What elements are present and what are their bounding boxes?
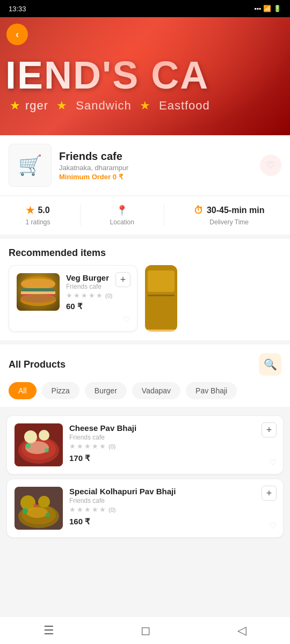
divider-2: [164, 204, 164, 226]
product-name: Cheese Pav Bhaji: [69, 423, 276, 433]
product-card: Special Kolhapuri Pav Bhaji Friends cafe…: [6, 479, 284, 538]
item-cafe: Friends cafe: [66, 283, 112, 290]
status-icons: ▪▪▪ 📶 🔋: [254, 5, 281, 12]
location-icon: 📍: [116, 204, 128, 216]
signal-icon: 📶: [263, 5, 271, 12]
veg-burger-image: [17, 273, 60, 311]
delivery-time: 30-45-min min: [207, 206, 265, 215]
hero-star-2: ★: [56, 99, 68, 112]
partial-card: [145, 265, 177, 332]
battery-icon: 🔋: [273, 5, 281, 12]
cheese-pav-bhaji-image: [15, 423, 63, 466]
min-order: Minimum Order 0 ₹: [59, 173, 252, 181]
svg-rect-3: [21, 291, 55, 294]
item-price: 60 ₹: [66, 302, 112, 311]
product-price: 160 ₹: [69, 517, 276, 526]
svg-rect-9: [148, 295, 175, 296]
add-kolhapuri-button[interactable]: +: [262, 486, 277, 501]
item-card: + Veg Burger Friends cafe ★: [9, 265, 137, 332]
all-products-title: All Products: [9, 359, 66, 370]
svg-point-1: [21, 279, 55, 289]
menu-icon[interactable]: ☰: [44, 624, 54, 638]
product-info: Cheese Pav Bhaji Friends cafe ★ ★ ★ ★ ★ …: [69, 423, 276, 463]
recommended-title: Recommended items: [0, 239, 290, 265]
divider-1: [80, 204, 81, 226]
svg-point-23: [26, 507, 48, 518]
product-heart-button[interactable]: ♡: [269, 457, 277, 467]
clock-icon: ⏱: [194, 205, 204, 216]
logo-icon: 🛒: [18, 154, 42, 177]
search-icon: 🔍: [264, 358, 277, 371]
recommended-scroll: + Veg Burger Friends cafe ★: [0, 265, 290, 345]
svg-point-16: [25, 443, 31, 449]
item-heart-button[interactable]: ♡: [123, 314, 130, 325]
home-icon[interactable]: ◻: [141, 624, 150, 638]
svg-point-6: [20, 294, 56, 303]
product-cafe: Friends cafe: [69, 434, 276, 441]
all-products-header: All Products 🔍: [0, 345, 290, 382]
tab-vadapav[interactable]: Vadapav: [132, 382, 180, 399]
hero-subtitle: ★rger ★ Sandwich ★ Eastfood: [0, 99, 290, 113]
item-stars: ★ ★ ★ ★ ★ (0): [66, 291, 112, 299]
star-5: ★: [96, 291, 103, 299]
product-info: Special Kolhapuri Pav Bhaji Friends cafe…: [69, 487, 276, 526]
hero-title: IEND'S CA: [0, 56, 290, 94]
delivery-label: Delivery Time: [209, 218, 249, 226]
svg-point-17: [45, 448, 49, 452]
kolhapuri-image: [15, 487, 63, 530]
location-stat[interactable]: 📍 Location: [110, 204, 134, 226]
network-icon: ▪▪▪: [254, 5, 261, 12]
item-count: (0): [105, 292, 112, 299]
hero-star-3: ★: [140, 99, 151, 112]
restaurant-logo: 🛒: [9, 144, 52, 187]
svg-point-25: [46, 513, 50, 517]
star-4: ★: [89, 291, 95, 299]
favorite-button[interactable]: ♡: [260, 155, 281, 176]
restaurant-address: Jakatnaka, dharampur: [59, 164, 252, 172]
svg-rect-8: [148, 270, 175, 292]
product-price: 170 ₹: [69, 453, 276, 463]
tab-pizza[interactable]: Pizza: [42, 382, 79, 399]
tab-all[interactable]: All: [9, 382, 37, 399]
stats-row: ★ 5.0 1 ratings 📍 Location ⏱ 30-45-min m…: [0, 196, 290, 239]
category-tabs: All Pizza Burger Vadapav Pav Bhaji: [0, 382, 290, 411]
rating-stat: ★ 5.0 1 ratings: [26, 204, 50, 226]
svg-rect-2: [22, 288, 54, 291]
star-3: ★: [81, 291, 88, 299]
hero-banner: ‹ IEND'S CA ★rger ★ Sandwich ★ Eastfood: [0, 17, 290, 135]
bottom-spacer: [0, 542, 290, 574]
svg-point-26: [33, 504, 37, 507]
back-nav-icon[interactable]: ◁: [237, 624, 247, 638]
restaurant-info: 🛒 Friends cafe Jakatnaka, dharampur Mini…: [0, 135, 290, 196]
min-order-value: 0 ₹: [113, 173, 123, 181]
add-cheese-pav-bhaji-button[interactable]: +: [262, 422, 277, 437]
product-name: Special Kolhapuri Pav Bhaji: [69, 487, 276, 496]
tab-burger[interactable]: Burger: [85, 382, 127, 399]
tab-pav-bhaji[interactable]: Pav Bhaji: [186, 382, 237, 399]
svg-point-14: [39, 430, 49, 441]
restaurant-details: Friends cafe Jakatnaka, dharampur Minimu…: [59, 150, 252, 181]
bottom-nav: ☰ ◻ ◁: [0, 616, 290, 644]
product-stars: ★ ★ ★ ★ ★ (0): [69, 442, 276, 450]
rating-label: 1 ratings: [26, 218, 50, 226]
rating-value: 5.0: [38, 206, 49, 215]
product-card: Cheese Pav Bhaji Friends cafe ★ ★ ★ ★ ★ …: [6, 415, 284, 474]
item-name: Veg Burger: [66, 273, 112, 282]
back-button[interactable]: ‹: [6, 24, 28, 45]
search-products-button[interactable]: 🔍: [259, 353, 281, 376]
add-veg-burger-button[interactable]: +: [115, 272, 130, 287]
location-label: Location: [110, 218, 134, 226]
star-icon: ★: [26, 204, 34, 216]
status-time: 13:33: [9, 5, 26, 13]
delivery-stat: ⏱ 30-45-min min Delivery Time: [194, 205, 265, 226]
product-cafe: Friends cafe: [69, 497, 276, 504]
restaurant-name: Friends cafe: [59, 150, 252, 163]
product-heart-button[interactable]: ♡: [269, 521, 277, 531]
product-stars: ★ ★ ★ ★ ★ (0): [69, 506, 276, 514]
star-2: ★: [74, 291, 80, 299]
status-bar: 13:33 ▪▪▪ 📶 🔋: [0, 0, 290, 17]
svg-point-24: [23, 508, 28, 514]
hero-star-1: ★: [10, 99, 21, 112]
product-list: Cheese Pav Bhaji Friends cafe ★ ★ ★ ★ ★ …: [0, 411, 290, 542]
svg-point-22: [38, 496, 50, 508]
